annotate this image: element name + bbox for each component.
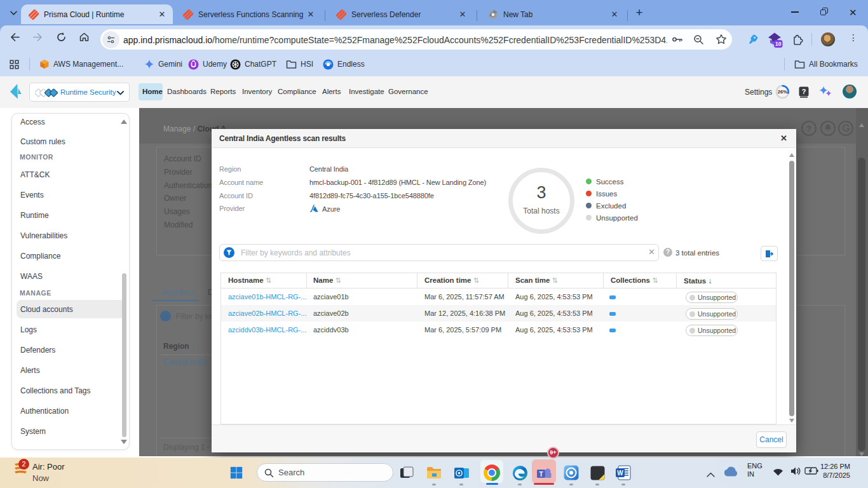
svg-text:?: ?: [802, 88, 806, 95]
svg-text:W: W: [617, 470, 623, 477]
svg-text:26%: 26%: [778, 89, 788, 95]
svg-text:T: T: [539, 470, 543, 477]
svg-text:10: 10: [775, 41, 782, 47]
